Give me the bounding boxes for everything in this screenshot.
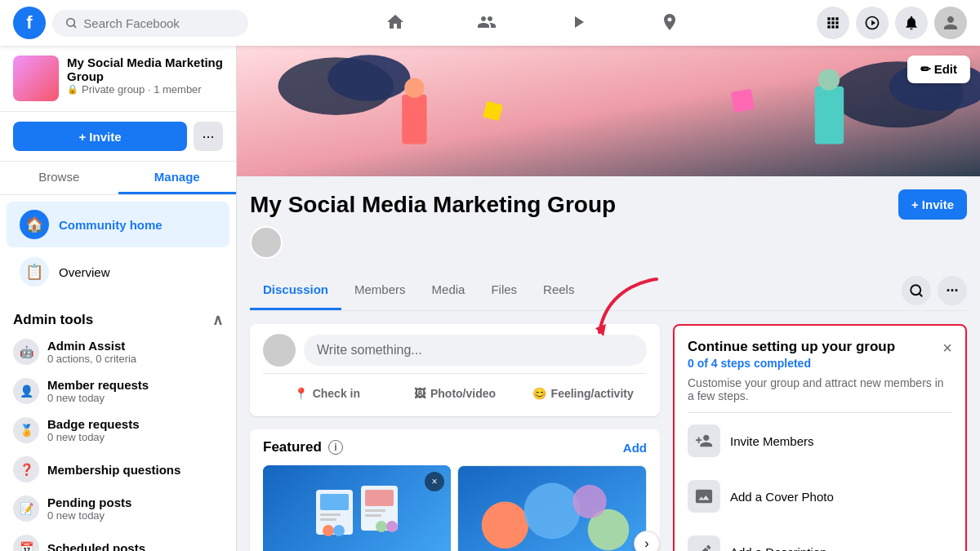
group-info: My Social Media Marketing Group 🔒 Privat… — [67, 56, 223, 96]
svg-rect-18 — [320, 518, 336, 521]
description-svg — [695, 543, 713, 551]
setup-item-desc-label: Add a Description — [730, 545, 826, 552]
post-box-top: Write something... — [263, 334, 647, 367]
featured-add-button[interactable]: Add — [623, 441, 647, 455]
tab-discussion[interactable]: Discussion — [250, 271, 341, 310]
sidebar-item-overview[interactable]: 📋 Overview — [7, 249, 229, 295]
sidebar-more-button[interactable]: ··· — [194, 122, 223, 151]
post-box: Write something... 📍 Check in 🖼 Photo/vi… — [250, 324, 660, 416]
svg-point-24 — [333, 525, 345, 536]
setup-close-button[interactable]: × — [942, 339, 952, 358]
bell-icon — [903, 15, 920, 31]
post-user-avatar — [263, 334, 296, 367]
featured-info-icon: i — [328, 440, 343, 455]
membership-questions-icon: ❓ — [13, 456, 39, 482]
group-meta-text: Private group · 1 member — [82, 83, 202, 96]
store-icon — [660, 12, 679, 32]
scheduled-posts-icon: 📅 — [13, 535, 39, 551]
admin-item-badge-requests[interactable]: 🏅 Badge requests 0 new today — [0, 411, 236, 450]
tab-reels[interactable]: Reels — [530, 271, 587, 310]
sidebar-invite-button[interactable]: + Invite — [13, 122, 187, 151]
group-header: My Social Media Marketing Group 🔒 Privat… — [0, 46, 236, 112]
svg-rect-20 — [365, 490, 394, 506]
video-icon — [568, 12, 588, 32]
photo-button[interactable]: 🖼 Photo/video — [391, 380, 519, 407]
edit-cover-button[interactable]: ✏ Edit — [907, 56, 971, 83]
admin-tools-label: Admin tools — [13, 312, 93, 328]
tab-manage[interactable]: Manage — [118, 162, 237, 194]
top-nav: f — [0, 0, 980, 46]
setup-item-invite[interactable]: Invite Members — [675, 413, 965, 469]
admin-item-scheduled-posts[interactable]: 📅 Scheduled posts — [0, 528, 236, 551]
admin-item-member-requests[interactable]: 👤 Member requests 0 new today — [0, 371, 236, 411]
checkin-label: Check in — [313, 387, 360, 400]
search-input[interactable] — [83, 16, 235, 30]
checkin-icon: 📍 — [294, 387, 308, 400]
sidebar-actions: + Invite ··· — [0, 112, 236, 162]
setup-header: Continue setting up your group 0 of 4 st… — [675, 326, 965, 376]
setup-title: Continue setting up your group — [688, 339, 895, 355]
checkin-button[interactable]: 📍 Check in — [263, 380, 391, 407]
nav-grid-button[interactable] — [817, 7, 849, 39]
more-icon: ··· — [946, 282, 958, 300]
content-columns: Write something... 📍 Check in 🖼 Photo/vi… — [250, 311, 967, 551]
setup-item-cover-photo[interactable]: Add a Cover Photo — [675, 469, 965, 524]
svg-rect-16 — [320, 494, 349, 510]
feeling-label: Feeling/activity — [551, 387, 634, 400]
cover-photo: ✏ Edit — [237, 46, 980, 176]
admin-item-membership-questions[interactable]: ❓ Membership questions — [0, 450, 236, 489]
feeling-button[interactable]: 😊 Feeling/activity — [519, 380, 647, 407]
tab-search-button[interactable] — [902, 276, 931, 305]
search-box[interactable] — [52, 10, 248, 37]
svg-rect-22 — [365, 514, 381, 517]
post-input[interactable]: Write something... — [304, 335, 647, 366]
sidebar-nav: 🏠 Community home 📋 Overview — [0, 202, 236, 295]
tab-browse[interactable]: Browse — [0, 162, 118, 194]
sidebar-item-community-home[interactable]: 🏠 Community home — [7, 202, 229, 247]
featured-title: Featured i — [263, 439, 343, 455]
setup-item-description[interactable]: Add a Description — [675, 524, 965, 551]
nav-messenger-button[interactable] — [856, 7, 889, 39]
admin-item-pending-posts[interactable]: 📝 Pending posts 0 new today — [0, 489, 236, 528]
search-icon — [65, 16, 77, 29]
sidebar-item-community-home-label: Community home — [59, 218, 163, 232]
sidebar-tabs: Browse Manage — [0, 162, 236, 195]
tab-media[interactable]: Media — [419, 271, 479, 310]
tab-more-button[interactable]: ··· — [938, 276, 967, 305]
svg-point-23 — [323, 525, 334, 536]
nav-bell-button[interactable] — [895, 7, 928, 39]
svg-rect-21 — [365, 509, 385, 512]
setup-item-cover-label: Add a Cover Photo — [730, 490, 834, 504]
add-cover-photo-icon — [688, 480, 720, 513]
feature-card-art — [308, 478, 406, 543]
nav-right — [817, 7, 967, 39]
nav-store-button[interactable] — [624, 3, 715, 42]
feature-card-close-button[interactable]: × — [425, 472, 444, 491]
tab-files[interactable]: Files — [478, 271, 530, 310]
group-tabs: Discussion Members Media Files Reels ··· — [250, 271, 967, 311]
nav-video-button[interactable] — [532, 3, 624, 42]
nav-home-button[interactable] — [350, 3, 441, 42]
featured-header: Featured i Add — [250, 429, 660, 465]
add-description-icon — [688, 535, 720, 551]
user-avatar-button[interactable] — [934, 7, 967, 39]
lock-icon: 🔒 — [67, 84, 78, 95]
cards-next-button[interactable]: › — [634, 531, 660, 551]
admin-item-admin-assist[interactable]: 🤖 Admin Assist 0 actions, 0 criteria — [0, 332, 236, 371]
membership-questions-title: Membership questions — [47, 463, 180, 477]
svg-line-1 — [74, 25, 76, 28]
setup-progress: 0 of 4 steps completed — [688, 357, 895, 370]
admin-assist-subtitle: 0 actions, 0 criteria — [47, 353, 136, 365]
tab-members[interactable]: Members — [341, 271, 419, 310]
people-icon — [477, 12, 497, 32]
svg-point-31 — [572, 485, 606, 518]
collapse-button[interactable]: ∧ — [212, 311, 223, 329]
admin-assist-icon: 🤖 — [13, 339, 39, 365]
facebook-logo[interactable]: f — [13, 7, 46, 39]
nav-people-button[interactable] — [441, 3, 532, 42]
member-requests-icon: 👤 — [13, 378, 39, 404]
setup-desc: Customise your group and attract new mem… — [675, 376, 965, 412]
overview-icon: 📋 — [20, 257, 49, 287]
member-requests-subtitle: 0 new today — [47, 392, 149, 404]
group-invite-button[interactable]: + Invite — [898, 189, 967, 220]
